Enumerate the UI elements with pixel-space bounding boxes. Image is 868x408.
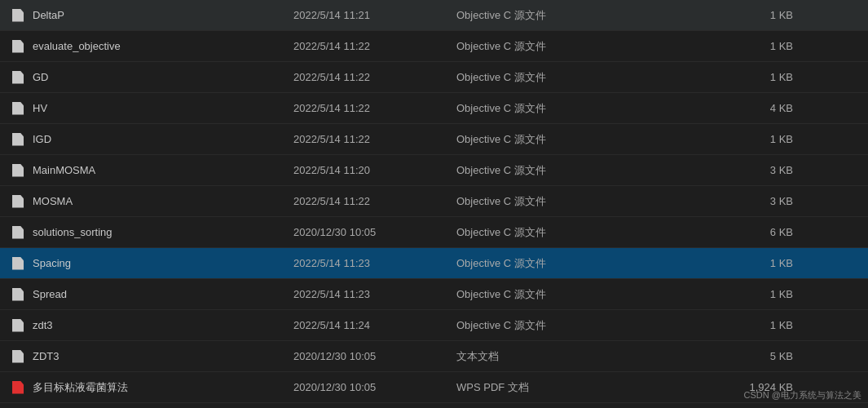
file-date: 2020/12/30 10:05 bbox=[293, 381, 456, 393]
table-row[interactable]: zdt32022/5/14 11:24Objective C 源文件1 KB bbox=[0, 310, 868, 341]
table-row[interactable]: IGD2022/5/14 11:22Objective C 源文件1 KB bbox=[0, 124, 868, 155]
file-icon bbox=[10, 9, 26, 22]
file-type: Objective C 源文件 bbox=[456, 163, 619, 178]
file-icon bbox=[10, 257, 26, 270]
file-name: Spacing bbox=[33, 257, 293, 269]
file-date: 2022/5/14 11:23 bbox=[293, 288, 456, 300]
file-size: 4 KB bbox=[619, 102, 858, 114]
file-size: 1 KB bbox=[619, 288, 858, 300]
file-size: 1 KB bbox=[619, 133, 858, 145]
file-size: 5 KB bbox=[619, 350, 858, 362]
file-size: 3 KB bbox=[619, 164, 858, 176]
file-type: Objective C 源文件 bbox=[456, 256, 619, 271]
file-type: Objective C 源文件 bbox=[456, 318, 619, 333]
file-type: Objective C 源文件 bbox=[456, 101, 619, 116]
file-icon bbox=[10, 71, 26, 84]
file-name: ZDT3 bbox=[33, 350, 293, 362]
file-type: WPS PDF 文档 bbox=[456, 380, 619, 395]
file-size: 1 KB bbox=[619, 9, 858, 21]
file-type: Objective C 源文件 bbox=[456, 225, 619, 240]
file-icon bbox=[10, 133, 26, 146]
file-icon bbox=[10, 226, 26, 239]
file-name: DeltaP bbox=[33, 9, 293, 21]
file-name: 多目标粘液霉菌算法 bbox=[33, 380, 293, 395]
file-icon bbox=[10, 195, 26, 208]
file-date: 2022/5/14 11:22 bbox=[293, 40, 456, 52]
file-name: IGD bbox=[33, 133, 293, 145]
table-row[interactable]: Spacing2022/5/14 11:23Objective C 源文件1 K… bbox=[0, 248, 868, 279]
file-type: Objective C 源文件 bbox=[456, 287, 619, 302]
file-type: Objective C 源文件 bbox=[456, 39, 619, 54]
file-date: 2022/5/14 11:22 bbox=[293, 133, 456, 145]
file-type: Objective C 源文件 bbox=[456, 8, 619, 23]
file-icon bbox=[10, 40, 26, 53]
pdf-file-icon bbox=[10, 381, 26, 394]
file-type: Objective C 源文件 bbox=[456, 194, 619, 209]
table-row[interactable]: ZDT32020/12/30 10:05文本文档5 KB bbox=[0, 341, 868, 372]
table-row[interactable]: DeltaP2022/5/14 11:21Objective C 源文件1 KB bbox=[0, 0, 868, 31]
file-size: 1 KB bbox=[619, 40, 858, 52]
file-name: solutions_sorting bbox=[33, 226, 293, 238]
file-name: evaluate_objective bbox=[33, 40, 293, 52]
file-date: 2022/5/14 11:23 bbox=[293, 257, 456, 269]
table-row[interactable]: MainMOSMA2022/5/14 11:20Objective C 源文件3… bbox=[0, 155, 868, 186]
table-row[interactable]: GD2022/5/14 11:22Objective C 源文件1 KB bbox=[0, 62, 868, 93]
file-date: 2022/5/14 11:22 bbox=[293, 195, 456, 207]
file-icon bbox=[10, 319, 26, 332]
table-row[interactable]: MOSMA2022/5/14 11:22Objective C 源文件3 KB bbox=[0, 186, 868, 217]
file-date: 2020/12/30 10:05 bbox=[293, 350, 456, 362]
file-date: 2022/5/14 11:24 bbox=[293, 319, 456, 331]
file-name: MOSMA bbox=[33, 195, 293, 207]
table-row[interactable]: Spread2022/5/14 11:23Objective C 源文件1 KB bbox=[0, 279, 868, 310]
file-size: 1,924 KB bbox=[619, 381, 858, 393]
file-icon bbox=[10, 288, 26, 301]
file-date: 2022/5/14 11:21 bbox=[293, 9, 456, 21]
file-type: Objective C 源文件 bbox=[456, 70, 619, 85]
file-icon bbox=[10, 164, 26, 177]
file-date: 2022/5/14 11:22 bbox=[293, 71, 456, 83]
table-row[interactable]: 多目标粘液霉菌算法2020/12/30 10:05WPS PDF 文档1,924… bbox=[0, 372, 868, 403]
file-date: 2020/12/30 10:05 bbox=[293, 226, 456, 238]
file-size: 1 KB bbox=[619, 257, 858, 269]
file-name: GD bbox=[33, 71, 293, 83]
table-row[interactable]: evaluate_objective2022/5/14 11:22Objecti… bbox=[0, 31, 868, 62]
file-date: 2022/5/14 11:20 bbox=[293, 164, 456, 176]
file-type: 文本文档 bbox=[456, 349, 619, 364]
file-list[interactable]: DeltaP2022/5/14 11:21Objective C 源文件1 KB… bbox=[0, 0, 868, 408]
file-name: HV bbox=[33, 102, 293, 114]
file-date: 2022/5/14 11:22 bbox=[293, 102, 456, 114]
file-size: 1 KB bbox=[619, 319, 858, 331]
file-size: 1 KB bbox=[619, 71, 858, 83]
file-name: Spread bbox=[33, 288, 293, 300]
file-name: MainMOSMA bbox=[33, 164, 293, 176]
file-icon bbox=[10, 102, 26, 115]
file-icon bbox=[10, 350, 26, 363]
table-row[interactable]: solutions_sorting2020/12/30 10:05Objecti… bbox=[0, 217, 868, 248]
file-name: zdt3 bbox=[33, 319, 293, 331]
file-size: 3 KB bbox=[619, 195, 858, 207]
file-type: Objective C 源文件 bbox=[456, 132, 619, 147]
table-row[interactable]: HV2022/5/14 11:22Objective C 源文件4 KB bbox=[0, 93, 868, 124]
file-size: 6 KB bbox=[619, 226, 858, 238]
